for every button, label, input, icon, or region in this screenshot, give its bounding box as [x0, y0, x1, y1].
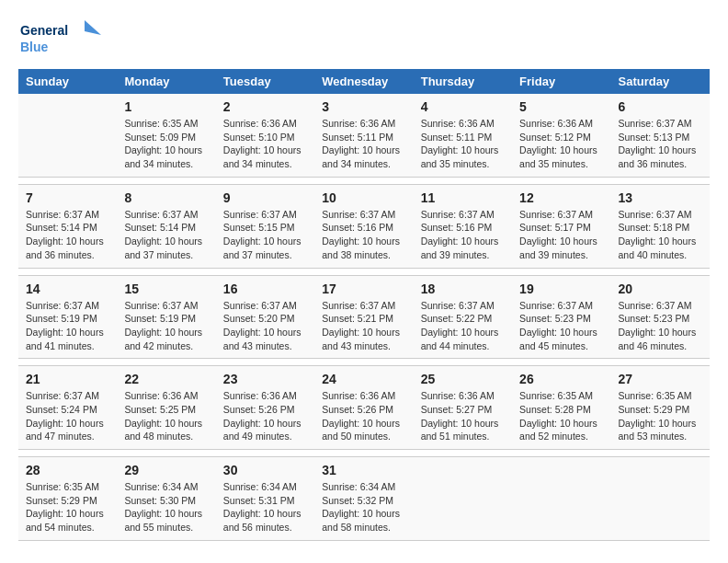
calendar-day — [18, 94, 117, 177]
week-separator — [18, 177, 710, 184]
day-number: 29 — [124, 463, 208, 477]
day-number: 24 — [322, 372, 405, 386]
day-info: Sunrise: 6:34 AMSunset: 5:32 PMDaylight:… — [322, 480, 405, 534]
calendar-day: 5Sunrise: 6:36 AMSunset: 5:12 PMDaylight… — [512, 94, 610, 177]
calendar-day: 9Sunrise: 6:37 AMSunset: 5:15 PMDaylight… — [216, 184, 314, 268]
calendar-day: 13Sunrise: 6:37 AMSunset: 5:18 PMDayligh… — [611, 184, 710, 268]
logo: General Blue — [18, 18, 101, 60]
day-number: 27 — [619, 372, 702, 386]
day-number: 3 — [322, 99, 405, 114]
day-number: 28 — [26, 463, 109, 477]
calendar-day: 2Sunrise: 6:36 AMSunset: 5:10 PMDaylight… — [216, 94, 314, 177]
day-info: Sunrise: 6:36 AMSunset: 5:12 PMDaylight:… — [519, 117, 603, 171]
calendar-day: 15Sunrise: 6:37 AMSunset: 5:19 PMDayligh… — [117, 275, 215, 359]
calendar-table: Sunday Monday Tuesday Wednesday Thursday… — [18, 69, 710, 541]
day-number: 20 — [619, 282, 702, 296]
day-info: Sunrise: 6:37 AMSunset: 5:20 PMDaylight:… — [223, 299, 307, 353]
calendar-day: 10Sunrise: 6:37 AMSunset: 5:16 PMDayligh… — [314, 184, 413, 268]
day-number: 10 — [322, 190, 405, 205]
day-number: 26 — [519, 372, 603, 386]
col-sunday: Sunday — [18, 69, 117, 94]
calendar-day: 3Sunrise: 6:36 AMSunset: 5:11 PMDaylight… — [314, 94, 413, 177]
calendar-day: 31Sunrise: 6:34 AMSunset: 5:32 PMDayligh… — [314, 457, 413, 541]
day-info: Sunrise: 6:37 AMSunset: 5:21 PMDaylight:… — [322, 299, 405, 353]
calendar-day: 1Sunrise: 6:35 AMSunset: 5:09 PMDaylight… — [117, 94, 215, 177]
day-info: Sunrise: 6:35 AMSunset: 5:29 PMDaylight:… — [619, 389, 702, 443]
day-number: 21 — [26, 372, 109, 386]
day-info: Sunrise: 6:36 AMSunset: 5:25 PMDaylight:… — [124, 389, 208, 443]
day-info: Sunrise: 6:37 AMSunset: 5:13 PMDaylight:… — [619, 117, 702, 171]
calendar-day: 18Sunrise: 6:37 AMSunset: 5:22 PMDayligh… — [414, 275, 512, 359]
calendar-day: 8Sunrise: 6:37 AMSunset: 5:14 PMDaylight… — [117, 184, 215, 268]
day-number: 25 — [421, 372, 505, 386]
header-row: Sunday Monday Tuesday Wednesday Thursday… — [18, 69, 710, 94]
day-number: 11 — [421, 190, 505, 205]
day-info: Sunrise: 6:37 AMSunset: 5:19 PMDaylight:… — [124, 299, 208, 353]
day-info: Sunrise: 6:36 AMSunset: 5:27 PMDaylight:… — [421, 389, 505, 443]
week-separator — [18, 450, 710, 457]
col-wednesday: Wednesday — [314, 69, 413, 94]
day-info: Sunrise: 6:35 AMSunset: 5:09 PMDaylight:… — [124, 117, 208, 171]
logo-icon: General Blue — [18, 18, 101, 60]
calendar-day: 23Sunrise: 6:36 AMSunset: 5:26 PMDayligh… — [216, 366, 314, 450]
calendar-day: 22Sunrise: 6:36 AMSunset: 5:25 PMDayligh… — [117, 366, 215, 450]
day-number: 12 — [519, 190, 603, 205]
day-info: Sunrise: 6:36 AMSunset: 5:26 PMDaylight:… — [223, 389, 307, 443]
day-number: 5 — [519, 99, 603, 114]
day-number: 23 — [223, 372, 307, 386]
calendar-day: 16Sunrise: 6:37 AMSunset: 5:20 PMDayligh… — [216, 275, 314, 359]
day-number: 19 — [519, 282, 603, 296]
day-number: 16 — [223, 282, 307, 296]
day-info: Sunrise: 6:35 AMSunset: 5:29 PMDaylight:… — [26, 480, 109, 534]
calendar-week-5: 28Sunrise: 6:35 AMSunset: 5:29 PMDayligh… — [18, 457, 710, 541]
calendar-day: 14Sunrise: 6:37 AMSunset: 5:19 PMDayligh… — [18, 275, 117, 359]
page-header: General Blue — [18, 18, 710, 60]
calendar-week-2: 7Sunrise: 6:37 AMSunset: 5:14 PMDaylight… — [18, 184, 710, 268]
calendar-day — [414, 457, 512, 541]
calendar-day: 30Sunrise: 6:34 AMSunset: 5:31 PMDayligh… — [216, 457, 314, 541]
day-info: Sunrise: 6:37 AMSunset: 5:18 PMDaylight:… — [619, 208, 702, 262]
calendar-day: 6Sunrise: 6:37 AMSunset: 5:13 PMDaylight… — [611, 94, 710, 177]
day-number: 1 — [124, 99, 208, 114]
calendar-day: 19Sunrise: 6:37 AMSunset: 5:23 PMDayligh… — [512, 275, 610, 359]
col-friday: Friday — [512, 69, 610, 94]
svg-marker-3 — [85, 20, 101, 35]
calendar-day: 26Sunrise: 6:35 AMSunset: 5:28 PMDayligh… — [512, 366, 610, 450]
day-number: 2 — [223, 99, 307, 114]
day-number: 13 — [619, 190, 702, 205]
day-number: 17 — [322, 282, 405, 296]
col-tuesday: Tuesday — [216, 69, 314, 94]
calendar-day — [611, 457, 710, 541]
calendar-day: 25Sunrise: 6:36 AMSunset: 5:27 PMDayligh… — [414, 366, 512, 450]
day-info: Sunrise: 6:35 AMSunset: 5:28 PMDaylight:… — [519, 389, 603, 443]
day-number: 7 — [26, 190, 109, 205]
calendar-day: 24Sunrise: 6:36 AMSunset: 5:26 PMDayligh… — [314, 366, 413, 450]
calendar-day: 12Sunrise: 6:37 AMSunset: 5:17 PMDayligh… — [512, 184, 610, 268]
col-monday: Monday — [117, 69, 215, 94]
day-number: 18 — [421, 282, 505, 296]
week-separator — [18, 359, 710, 366]
day-number: 4 — [421, 99, 505, 114]
day-info: Sunrise: 6:37 AMSunset: 5:16 PMDaylight:… — [322, 208, 405, 262]
day-number: 30 — [223, 463, 307, 477]
day-info: Sunrise: 6:37 AMSunset: 5:23 PMDaylight:… — [519, 299, 603, 353]
calendar-day — [512, 457, 610, 541]
calendar-day: 28Sunrise: 6:35 AMSunset: 5:29 PMDayligh… — [18, 457, 117, 541]
week-separator — [18, 268, 710, 275]
day-info: Sunrise: 6:37 AMSunset: 5:14 PMDaylight:… — [124, 208, 208, 262]
svg-text:Blue: Blue — [20, 40, 49, 54]
day-info: Sunrise: 6:37 AMSunset: 5:22 PMDaylight:… — [421, 299, 505, 353]
day-info: Sunrise: 6:37 AMSunset: 5:15 PMDaylight:… — [223, 208, 307, 262]
calendar-day: 21Sunrise: 6:37 AMSunset: 5:24 PMDayligh… — [18, 366, 117, 450]
calendar-day: 27Sunrise: 6:35 AMSunset: 5:29 PMDayligh… — [611, 366, 710, 450]
col-saturday: Saturday — [611, 69, 710, 94]
day-info: Sunrise: 6:36 AMSunset: 5:11 PMDaylight:… — [421, 117, 505, 171]
col-thursday: Thursday — [414, 69, 512, 94]
day-info: Sunrise: 6:36 AMSunset: 5:26 PMDaylight:… — [322, 389, 405, 443]
day-number: 8 — [124, 190, 208, 205]
calendar-week-3: 14Sunrise: 6:37 AMSunset: 5:19 PMDayligh… — [18, 275, 710, 359]
day-number: 31 — [322, 463, 405, 477]
day-info: Sunrise: 6:37 AMSunset: 5:23 PMDaylight:… — [619, 299, 702, 353]
svg-text:General: General — [20, 23, 68, 38]
day-number: 6 — [619, 99, 702, 114]
